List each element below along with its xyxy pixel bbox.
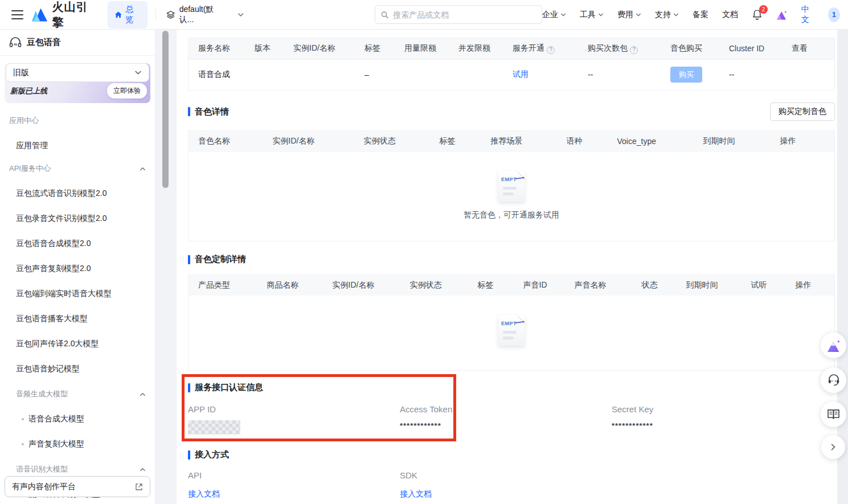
svg-text:AI: AI xyxy=(14,43,17,46)
access-token-value: ************ xyxy=(400,421,612,430)
notification-bell[interactable]: 2 xyxy=(752,9,763,20)
api-access: API 接入文档 xyxy=(188,470,400,499)
search-box[interactable] xyxy=(375,5,542,24)
buy-button[interactable]: 购买 xyxy=(670,67,702,83)
col-audition: 试听 xyxy=(747,274,791,296)
sdk-label: SDK xyxy=(400,470,612,480)
sidebar-item-miaoji-model[interactable]: 豆包语音妙记模型 xyxy=(0,364,155,374)
version-selector[interactable]: 旧版 xyxy=(6,63,149,82)
sidebar-item-app-management[interactable]: 应用管理 xyxy=(0,141,155,151)
product-title: 豆包语音 xyxy=(27,37,61,48)
cell-concurrency-limit xyxy=(454,59,508,90)
nav-menu-support[interactable]: 支持 xyxy=(655,10,679,20)
help-icon[interactable]: ? xyxy=(630,46,638,54)
cell-view xyxy=(787,59,834,90)
nav-menu-beian[interactable]: 备案 xyxy=(693,10,708,20)
try-now-button[interactable]: 立即体验 xyxy=(107,83,147,99)
chevron-up-icon xyxy=(140,166,146,172)
custom-voice-table: 产品类型 商品名称 实例ID/名称 实例状态 标签 声音ID 声音名称 状态 到… xyxy=(188,274,835,371)
access-section: 接入方式 API 接入文档 SDK 接入文档 xyxy=(188,449,835,499)
overview-tab[interactable]: 总览 xyxy=(108,1,148,28)
nav-right: 企业 工具 费用 支持 备案 文档 2 中文 1 xyxy=(542,5,840,25)
scrollbar-thumb[interactable] xyxy=(162,31,169,188)
trial-link[interactable]: 试用 xyxy=(513,69,529,79)
sidebar-item-realtime-voice[interactable]: 豆包端到端实时语音大模型 xyxy=(0,289,155,299)
ai-assistant-float-button[interactable] xyxy=(821,333,846,358)
docs-float-button[interactable] xyxy=(821,401,846,427)
cell-usage-limit xyxy=(400,59,454,90)
voice-table-header-row: 音色名称 实例ID/名称 实例状态 标签 推荐场景 语种 Voice_type … xyxy=(189,131,835,152)
overview-label: 总览 xyxy=(125,5,141,25)
col-instance-id: 实例ID/名称 xyxy=(328,274,405,296)
col-service-name: 服务名称 xyxy=(189,38,250,59)
user-avatar[interactable]: 1 xyxy=(828,7,840,22)
sidebar-item-tts-2[interactable]: 豆包语音合成模型2.0 xyxy=(0,239,155,249)
section-api-center[interactable]: API服务中心 xyxy=(0,163,155,174)
col-voice-name: 声音名称 xyxy=(570,274,637,296)
app-id-masked-value xyxy=(188,420,240,435)
volcengine-logo[interactable]: 火山引擎 xyxy=(31,0,98,30)
support-headset-icon xyxy=(827,374,840,386)
project-selector[interactable]: default(默认... xyxy=(166,5,244,25)
language-switcher[interactable]: 中文 xyxy=(801,5,814,25)
col-tag: 标签 xyxy=(473,274,519,296)
custom-empty-state: EMPT xyxy=(188,296,835,371)
audio-creation-platform-link[interactable]: 有声内容创作平台 xyxy=(5,476,150,497)
search-input[interactable] xyxy=(393,10,536,19)
nav-menu-enterprise[interactable]: 企业 xyxy=(542,10,566,20)
col-purchase-package: 购买次数包? xyxy=(583,38,666,59)
sidebar-item-simultaneous-translation[interactable]: 豆包同声传译2.0大模型 xyxy=(0,339,155,349)
version-area: 旧版 新版已上线 立即体验 xyxy=(5,63,150,103)
cell-service-name: 语音合成 xyxy=(189,59,250,90)
col-product-type: 产品类型 xyxy=(189,274,263,296)
sidebar-item-file-asr-2[interactable]: 豆包录音文件识别模型2.0 xyxy=(0,214,155,224)
support-float-button[interactable] xyxy=(821,367,846,393)
col-cluster-id: Cluster ID xyxy=(724,38,787,59)
col-view: 查看 xyxy=(787,38,834,59)
nav-menu-tools[interactable]: 工具 xyxy=(580,10,604,20)
custom-voice-title: 音色定制详情 xyxy=(188,254,246,265)
expand-float-button[interactable] xyxy=(821,435,845,459)
project-name: default(默认... xyxy=(179,5,227,25)
group-asr[interactable]: 语音识别大模型 xyxy=(0,464,155,474)
chevron-down-icon xyxy=(636,12,641,18)
group-audio-generation[interactable]: 音频生成大模型 xyxy=(0,389,155,399)
ai-assistant-icon[interactable] xyxy=(776,9,788,21)
ai-mountain-icon xyxy=(826,339,841,352)
api-doc-link[interactable]: 接入文档 xyxy=(188,489,400,499)
headset-ai-icon: AI xyxy=(9,37,22,48)
chevron-up-icon xyxy=(140,466,146,473)
col-voice-purchase: 音色购买 xyxy=(666,38,724,59)
col-service-open: 服务开通? xyxy=(508,38,583,59)
service-table-header-row: 服务名称 版本 实例ID/名称 标签 用量限额 并发限额 服务开通? 购买次数包… xyxy=(189,38,834,59)
sidebar-item-tts-large-model[interactable]: 语音合成大模型 xyxy=(0,414,155,424)
nav-menu-docs[interactable]: 文档 xyxy=(722,10,738,20)
help-icon[interactable]: ? xyxy=(547,46,555,54)
col-instance-status: 实例状态 xyxy=(359,131,435,152)
col-concurrency-limit: 并发限额 xyxy=(454,38,508,59)
cell-tag: – xyxy=(360,59,400,90)
chevron-down-icon xyxy=(598,12,604,18)
sidebar-item-streaming-asr-2[interactable]: 豆包流式语音识别模型2.0 xyxy=(0,189,155,199)
hamburger-menu-icon[interactable] xyxy=(11,10,23,19)
sidebar: AI 豆包语音 旧版 新版已上线 立即体验 应用中心 应用管理 API服务中心 … xyxy=(0,30,155,504)
voice-empty-state: EMPT 暂无音色，可开通服务试用 xyxy=(188,152,835,241)
sdk-doc-link[interactable]: 接入文档 xyxy=(400,489,612,499)
col-version: 版本 xyxy=(250,38,289,59)
logo-text: 火山引擎 xyxy=(52,0,98,30)
col-actions: 操作 xyxy=(776,131,835,152)
col-instance-id: 实例ID/名称 xyxy=(289,38,360,59)
access-token-label: Access Token xyxy=(400,404,612,414)
sidebar-item-voice-clone-2[interactable]: 豆包声音复刻模型2.0 xyxy=(0,264,155,274)
api-label: API xyxy=(188,470,400,480)
version-value: 旧版 xyxy=(13,68,29,78)
nav-menu-billing[interactable]: 费用 xyxy=(617,10,641,20)
sidebar-item-clone-large-model[interactable]: 声音复刻大模型 xyxy=(0,439,155,449)
buy-custom-voice-button[interactable]: 购买定制音色 xyxy=(770,103,835,121)
sidebar-scroll-gutter xyxy=(155,30,177,504)
col-tag: 标签 xyxy=(435,131,486,152)
access-title: 接入方式 xyxy=(188,449,835,460)
cell-voice-purchase: 购买 xyxy=(666,59,724,90)
custom-table-header-row: 产品类型 商品名称 实例ID/名称 实例状态 标签 声音ID 声音名称 状态 到… xyxy=(189,274,835,296)
sidebar-item-podcast-model[interactable]: 豆包语音播客大模型 xyxy=(0,314,155,324)
